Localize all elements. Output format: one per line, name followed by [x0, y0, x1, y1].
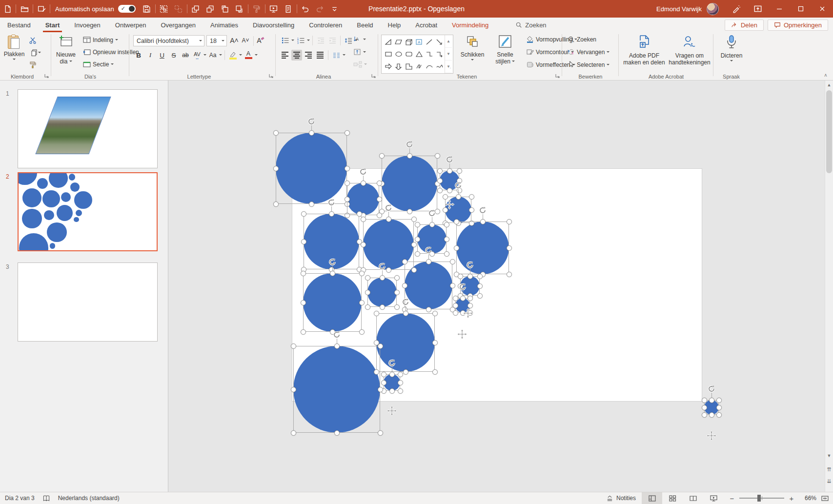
- resize-handle[interactable]: [480, 219, 486, 224]
- language-indicator[interactable]: Nederlands (standaard): [58, 495, 120, 502]
- italic-button[interactable]: I: [145, 50, 156, 60]
- resize-handle[interactable]: [467, 274, 473, 279]
- resize-handle[interactable]: [377, 213, 382, 218]
- arrow-line-shape[interactable]: [434, 36, 445, 48]
- right-triangle-shape[interactable]: [383, 36, 393, 48]
- resize-handle[interactable]: [361, 217, 366, 222]
- resize-handle[interactable]: [398, 372, 403, 377]
- slide-thumbnail-2[interactable]: [18, 172, 158, 251]
- comments-button[interactable]: Opmerkingen: [768, 20, 828, 31]
- resize-handle[interactable]: [437, 188, 443, 193]
- resize-handle[interactable]: [301, 271, 306, 276]
- save-icon[interactable]: [140, 0, 154, 18]
- share-button[interactable]: Delen: [725, 20, 764, 31]
- group-icon[interactable]: [157, 0, 171, 18]
- rotation-handle[interactable]: [445, 155, 454, 164]
- resize-handle[interactable]: [377, 181, 382, 186]
- resize-handle[interactable]: [365, 304, 370, 310]
- tab-vormindeling[interactable]: Vormindeling: [445, 18, 496, 32]
- minimize-button[interactable]: [769, 0, 790, 18]
- resize-handle[interactable]: [381, 372, 386, 377]
- request-signatures-button[interactable]: Vragen om handtekeningen: [668, 33, 711, 66]
- parallelogram-shape[interactable]: [393, 36, 404, 48]
- quick-styles-button[interactable]: Snelle stijlen: [489, 33, 521, 65]
- font-name-combo[interactable]: Calibri (Hoofdtekst): [133, 35, 204, 46]
- align-right-button[interactable]: [303, 50, 314, 60]
- rotation-handle[interactable]: [458, 282, 467, 291]
- cube-shape[interactable]: [404, 36, 414, 48]
- tab-beeld[interactable]: Beeld: [349, 18, 380, 32]
- bold-button[interactable]: B: [133, 50, 144, 60]
- resize-handle[interactable]: [411, 242, 417, 247]
- tab-controleren[interactable]: Controleren: [302, 18, 349, 32]
- resize-handle[interactable]: [402, 283, 407, 288]
- text-box-shape[interactable]: A: [414, 36, 424, 48]
- reading-view-button[interactable]: [683, 492, 703, 504]
- maximize-button[interactable]: [790, 0, 812, 18]
- resize-handle[interactable]: [345, 197, 350, 202]
- rotation-handle[interactable]: [405, 140, 414, 149]
- tab-diavoorstelling[interactable]: Diavoorstelling: [245, 18, 302, 32]
- zoom-slider-thumb[interactable]: [757, 495, 761, 502]
- rotation-handle[interactable]: [327, 198, 336, 207]
- resize-handle[interactable]: [415, 222, 420, 227]
- justify-button[interactable]: [315, 50, 325, 60]
- new-file-icon[interactable]: [0, 0, 15, 18]
- rotation-handle[interactable]: [424, 246, 433, 255]
- resize-handle[interactable]: [426, 307, 431, 312]
- resize-handle[interactable]: [457, 168, 462, 174]
- resize-handle[interactable]: [389, 388, 395, 394]
- numbering-button[interactable]: 123: [295, 35, 306, 46]
- resize-handle[interactable]: [386, 267, 391, 273]
- resize-handle[interactable]: [454, 245, 459, 251]
- save-as-icon[interactable]: [34, 0, 49, 18]
- resize-handle[interactable]: [273, 166, 279, 171]
- cut-button[interactable]: [27, 35, 38, 46]
- resize-handle[interactable]: [447, 168, 452, 174]
- send-to-back-icon[interactable]: [203, 0, 218, 18]
- font-color-button[interactable]: A: [243, 50, 254, 60]
- resize-handle[interactable]: [301, 211, 306, 217]
- resize-handle[interactable]: [702, 398, 707, 403]
- resize-handle[interactable]: [450, 283, 455, 288]
- zoom-percentage[interactable]: 66%: [800, 495, 816, 502]
- resize-handle[interactable]: [334, 430, 340, 436]
- resize-handle[interactable]: [447, 188, 452, 193]
- resize-handle[interactable]: [381, 380, 386, 385]
- resize-handle[interactable]: [291, 343, 296, 349]
- resize-handle[interactable]: [365, 290, 370, 295]
- new-slide-button[interactable]: Nieuwe dia: [53, 33, 79, 65]
- create-pdf-button[interactable]: Adobe PDF maken en delen: [623, 33, 666, 66]
- clear-formatting-button[interactable]: A: [255, 35, 266, 46]
- right-arrow-shape[interactable]: [383, 60, 393, 72]
- select-button[interactable]: Selecteren: [566, 60, 611, 69]
- resize-handle[interactable]: [507, 245, 512, 251]
- slide-thumbnail-3[interactable]: [18, 262, 158, 342]
- resize-handle[interactable]: [709, 412, 714, 418]
- resize-handle[interactable]: [301, 300, 306, 305]
- scroll-up-button[interactable]: ▲: [825, 81, 833, 89]
- resize-handle[interactable]: [469, 207, 474, 213]
- resize-handle[interactable]: [456, 194, 461, 200]
- zoom-in-button[interactable]: +: [788, 494, 795, 503]
- resize-handle[interactable]: [453, 296, 458, 301]
- resize-handle[interactable]: [330, 271, 335, 276]
- resize-handle[interactable]: [415, 237, 420, 242]
- align-text-button[interactable]: [352, 47, 367, 57]
- tab-acrobat[interactable]: Acrobat: [408, 18, 445, 32]
- notes-button[interactable]: Notities: [600, 492, 642, 504]
- resize-handle[interactable]: [432, 311, 438, 316]
- print-preview-icon[interactable]: [281, 0, 296, 18]
- shapes-more-button[interactable]: ▼̱: [445, 60, 452, 73]
- strikethrough-button[interactable]: ab: [180, 50, 191, 60]
- shapes-scroll-up-button[interactable]: ▲: [445, 35, 452, 48]
- section-button[interactable]: Sectie: [81, 60, 115, 69]
- resize-handle[interactable]: [378, 430, 383, 436]
- rotation-handle[interactable]: [332, 330, 341, 339]
- avatar[interactable]: [707, 3, 719, 15]
- resize-handle[interactable]: [407, 209, 412, 214]
- resize-handle[interactable]: [477, 293, 483, 299]
- resize-handle[interactable]: [437, 168, 443, 174]
- resize-handle[interactable]: [402, 259, 407, 264]
- rotation-handle[interactable]: [307, 117, 316, 126]
